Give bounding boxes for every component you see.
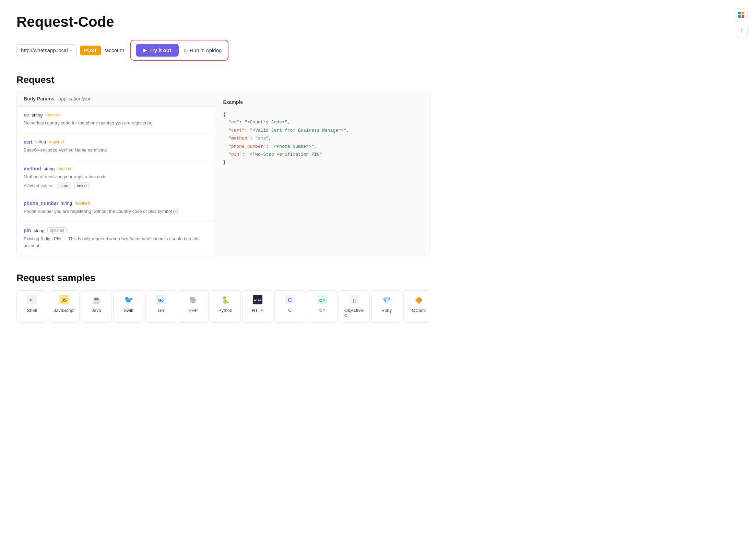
- param-type-phone-number: string: [61, 201, 72, 206]
- svg-text:🐘: 🐘: [189, 296, 198, 304]
- panel-header: Body Params application/json: [17, 91, 215, 107]
- example-label: Example: [223, 99, 421, 105]
- allowed-label-method: Allowed values:: [24, 183, 55, 188]
- php-icon: 🐘: [188, 295, 198, 306]
- param-type-method: string: [44, 166, 55, 171]
- run-apidog-button[interactable]: ▷ Run in Apidog: [183, 45, 223, 56]
- go-label: Go: [158, 308, 164, 313]
- request-table: Body Params application/json cc string r…: [16, 91, 429, 256]
- svg-text:JS: JS: [62, 298, 67, 303]
- param-row-phone-number: phone_number string required Phone numbe…: [17, 195, 215, 222]
- page-title: Request-Code: [16, 14, 429, 30]
- params-panel: Body Params application/json cc string r…: [17, 91, 215, 256]
- svg-text:>_: >_: [29, 297, 35, 303]
- param-name-method: method: [24, 166, 41, 171]
- svg-text:Go: Go: [158, 298, 164, 302]
- lang-tab-ruby[interactable]: 💎 Ruby: [371, 290, 402, 323]
- lang-tab-c[interactable]: C C: [274, 290, 305, 323]
- param-desc-phone-number: Phone number you are registering, withou…: [24, 208, 208, 215]
- param-type-cc: string: [32, 112, 43, 118]
- lang-tab-php[interactable]: 🐘 PHP: [178, 290, 209, 323]
- svg-text:HTTP: HTTP: [254, 299, 262, 302]
- csharp-label: C#: [319, 308, 325, 313]
- javascript-icon: JS: [59, 295, 69, 306]
- param-row-method: method string required Method of receivi…: [17, 160, 215, 195]
- base-url-text: http://whatsapp.local: [21, 47, 68, 53]
- try-it-out-label: Try it out: [150, 47, 171, 53]
- lang-tab-http[interactable]: HTTP HTTP: [242, 290, 273, 323]
- samples-section: Request samples >_ Shell JS JavaScript ☕…: [16, 272, 429, 324]
- swift-icon: 🐦: [124, 295, 133, 306]
- objectivec-icon: []: [350, 295, 359, 306]
- shell-label: Shell: [27, 308, 37, 313]
- param-required-phone-number: required: [75, 201, 90, 206]
- param-optional-pin: optional: [47, 227, 67, 233]
- svg-text:🔶: 🔶: [415, 296, 423, 304]
- method-badge: POST: [80, 46, 101, 55]
- param-name-phone-number: phone_number: [24, 201, 58, 206]
- param-type-cert: string: [35, 139, 46, 144]
- lang-tab-csharp[interactable]: C# C#: [307, 290, 338, 323]
- svg-text:☕: ☕: [92, 295, 102, 304]
- run-apidog-label: Run in Apidog: [190, 47, 222, 53]
- param-name-cc: cc: [24, 112, 29, 118]
- swift-label: Swift: [124, 308, 133, 313]
- lang-tab-python[interactable]: 🐍 Python: [210, 290, 241, 323]
- param-row-pin: pin string optional Existing 6-digit PIN…: [17, 222, 215, 256]
- param-desc-cc: Numerical country code for the phone num…: [24, 120, 208, 126]
- allowed-values-method: Allowed values: sms voice: [24, 182, 208, 189]
- ruby-label: Ruby: [381, 308, 392, 313]
- param-row-cert: cert string required Base64-encoded Veri…: [17, 134, 215, 161]
- lang-tab-shell[interactable]: >_ Shell: [16, 290, 47, 323]
- code-block: { "cc": "<Country Code>", "cert": "<Vali…: [223, 110, 421, 167]
- try-it-out-box: ▶ Try it out ▷ Run in Apidog: [130, 40, 229, 61]
- samples-title: Request samples: [16, 272, 429, 283]
- endpoint-bar: http://whatsapp.local ▾ POST /account ▶ …: [16, 40, 429, 61]
- lang-tab-java[interactable]: ☕ Java: [81, 290, 112, 323]
- shell-icon: >_: [27, 295, 37, 306]
- java-icon: ☕: [92, 295, 101, 306]
- endpoint-path: /account: [105, 47, 124, 53]
- lang-tab-objectivec[interactable]: [] Objective-C: [339, 290, 370, 323]
- try-it-out-button[interactable]: ▶ Try it out: [136, 44, 179, 57]
- language-tabs: >_ Shell JS JavaScript ☕ Java 🐦 Swift Go…: [16, 290, 429, 324]
- svg-text:C: C: [288, 297, 292, 303]
- php-label: PHP: [189, 308, 198, 313]
- java-label: Java: [92, 308, 101, 313]
- param-name-cert: cert: [24, 139, 33, 145]
- python-label: Python: [218, 308, 232, 313]
- param-required-method: required: [57, 166, 72, 171]
- allowed-value-sms: sms: [57, 182, 71, 189]
- ocaml-icon: 🔶: [414, 295, 424, 306]
- ruby-icon: 💎: [382, 295, 391, 306]
- base-url-select[interactable]: http://whatsapp.local ▾: [16, 44, 76, 56]
- play-icon: ▶: [143, 48, 147, 53]
- go-icon: Go: [156, 295, 166, 306]
- lang-tab-javascript[interactable]: JS JavaScript: [49, 290, 80, 323]
- csharp-icon: C#: [317, 295, 327, 306]
- ocaml-label: OCaml: [412, 308, 426, 313]
- lang-tab-swift[interactable]: 🐦 Swift: [113, 290, 144, 323]
- svg-text:C#: C#: [319, 298, 325, 303]
- lang-tab-go[interactable]: Go Go: [145, 290, 176, 323]
- panel-header-label: Body Params: [24, 96, 54, 101]
- example-panel: Example { "cc": "<Country Code>", "cert"…: [215, 91, 429, 256]
- play-outline-icon: ▷: [184, 48, 188, 53]
- param-row-cc: cc string required Numerical country cod…: [17, 107, 215, 134]
- c-label: C: [288, 308, 291, 313]
- c-icon: C: [285, 295, 295, 306]
- allowed-value-voice: voice: [74, 182, 90, 189]
- objectivec-label: Objective-C: [344, 308, 365, 318]
- param-name-pin: pin: [24, 228, 31, 233]
- content-type-label: application/json: [58, 96, 92, 101]
- svg-text:🐦: 🐦: [124, 295, 134, 304]
- param-required-cert: required: [49, 140, 64, 144]
- lang-tab-ocaml[interactable]: 🔶 OCaml: [403, 290, 429, 323]
- python-icon: 🐍: [221, 295, 230, 306]
- param-desc-cert: Base64-encoded Verified Name certificate: [24, 147, 208, 154]
- param-type-pin: string: [34, 228, 45, 233]
- http-label: HTTP: [252, 308, 263, 313]
- chevron-down-icon: ▾: [70, 48, 72, 53]
- param-required-cc: required: [45, 112, 60, 117]
- request-section-title: Request: [16, 74, 429, 85]
